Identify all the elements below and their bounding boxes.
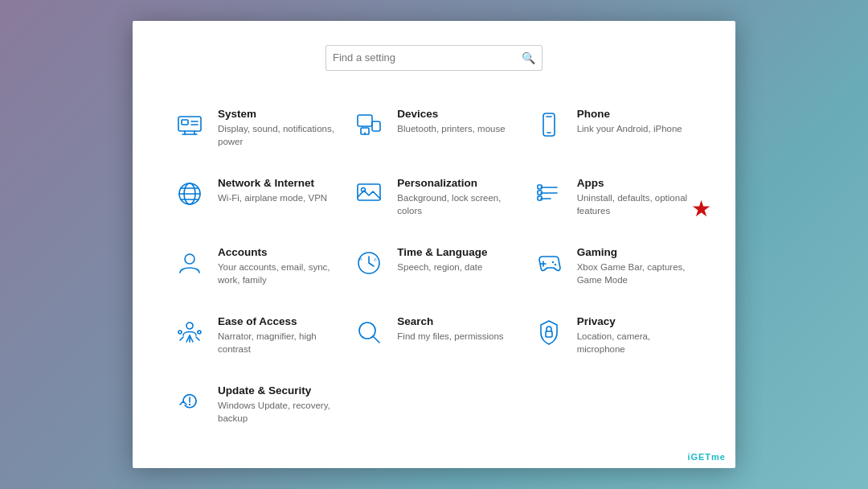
settings-item-desc-phone: Link your Android, iPhone (577, 122, 682, 135)
settings-item-apps[interactable]: Apps Uninstall, defaults, optional featu… (524, 166, 703, 228)
settings-item-desc-time: Speech, region, date (397, 261, 487, 273)
settings-item-title-accounts: Accounts (218, 246, 336, 258)
personalization-icon (352, 177, 386, 211)
settings-item-gaming[interactable]: Gaming Xbox Game Bar, captures, Game Mod… (524, 235, 703, 298)
settings-item-title-time: Time & Language (397, 246, 487, 258)
settings-item-title-search: Search (397, 315, 503, 327)
search-input[interactable] (333, 51, 522, 64)
svg-rect-26 (538, 196, 542, 200)
svg-point-37 (198, 331, 201, 334)
settings-item-devices[interactable]: Devices Bluetooth, printers, mouse (344, 97, 523, 159)
settings-item-desc-network: Wi-Fi, airplane mode, VPN (218, 191, 327, 204)
settings-item-search[interactable]: Search Find my files, permissions (344, 304, 523, 367)
svg-rect-19 (358, 184, 380, 200)
svg-rect-25 (538, 191, 542, 195)
phone-icon (532, 108, 566, 142)
svg-point-20 (362, 187, 366, 191)
network-icon (173, 177, 207, 211)
system-icon (173, 108, 207, 142)
search-icon (352, 315, 386, 349)
time-icon: A あ (352, 246, 386, 280)
settings-item-system[interactable]: System Display, sound, notifications, po… (165, 97, 344, 159)
svg-line-39 (373, 336, 379, 343)
settings-item-title-update: Update & Security (218, 384, 336, 397)
svg-point-35 (186, 323, 193, 329)
settings-item-desc-update: Windows Update, recovery, backup (218, 399, 336, 425)
gaming-icon (532, 246, 566, 280)
ease-icon (173, 315, 207, 349)
svg-text:A: A (359, 257, 362, 261)
search-bar[interactable]: 🔍 (326, 45, 542, 71)
settings-item-personalization[interactable]: Personalization Background, lock screen,… (344, 166, 523, 228)
update-icon (173, 384, 207, 418)
settings-item-ease[interactable]: Ease of Access Narrator, magnifier, high… (165, 304, 344, 367)
search-bar-row: 🔍 (165, 45, 703, 71)
settings-item-title-gaming: Gaming (577, 246, 695, 258)
settings-item-desc-privacy: Location, camera, microphone (577, 330, 695, 355)
privacy-icon (532, 315, 566, 349)
svg-point-27 (185, 254, 194, 264)
settings-item-title-ease: Ease of Access (218, 315, 336, 327)
watermark: iGETme (687, 452, 726, 462)
svg-rect-7 (358, 115, 372, 126)
settings-item-title-apps: Apps (577, 177, 695, 189)
settings-item-network[interactable]: Network & Internet Wi-Fi, airplane mode,… (165, 166, 344, 228)
settings-item-privacy[interactable]: Privacy Location, camera, microphone (524, 304, 703, 367)
settings-item-desc-gaming: Xbox Game Bar, captures, Game Mode (577, 261, 695, 286)
settings-item-title-network: Network & Internet (218, 177, 327, 189)
settings-item-title-privacy: Privacy (577, 315, 695, 327)
search-icon: 🔍 (522, 51, 535, 64)
devices-icon (352, 108, 386, 142)
settings-item-desc-accounts: Your accounts, email, sync, work, family (218, 261, 336, 286)
svg-point-42 (189, 404, 190, 405)
svg-point-34 (554, 264, 555, 265)
settings-item-desc-apps: Uninstall, defaults, optional features (577, 191, 695, 217)
settings-window: 🔍 System Display, sound, notifications, … (133, 21, 735, 469)
settings-item-title-personalization: Personalization (397, 177, 515, 189)
settings-item-desc-devices: Bluetooth, printers, mouse (397, 122, 505, 135)
settings-item-title-devices: Devices (397, 108, 505, 120)
apps-icon (532, 177, 566, 211)
svg-rect-24 (538, 185, 542, 189)
settings-item-desc-ease: Narrator, magnifier, high contrast (218, 330, 336, 355)
settings-item-title-phone: Phone (577, 108, 682, 120)
settings-item-accounts[interactable]: Accounts Your accounts, email, sync, wor… (165, 235, 344, 298)
svg-point-33 (551, 261, 553, 263)
svg-rect-40 (546, 331, 552, 337)
settings-item-desc-search: Find my files, permissions (397, 330, 503, 343)
svg-rect-8 (372, 121, 380, 131)
settings-item-time[interactable]: A あ Time & Language Speech, region, date (344, 235, 523, 298)
settings-item-phone[interactable]: Phone Link your Android, iPhone (524, 97, 703, 159)
settings-item-desc-personalization: Background, lock screen, colors (397, 191, 515, 217)
settings-item-title-system: System (218, 108, 336, 120)
svg-point-36 (178, 331, 182, 334)
settings-item-update[interactable]: Update & Security Windows Update, recove… (165, 373, 344, 436)
svg-text:あ: あ (374, 257, 377, 261)
accounts-icon (173, 246, 207, 280)
settings-grid: System Display, sound, notifications, po… (165, 97, 703, 437)
settings-item-desc-system: Display, sound, notifications, power (218, 122, 336, 148)
svg-rect-4 (182, 120, 188, 125)
